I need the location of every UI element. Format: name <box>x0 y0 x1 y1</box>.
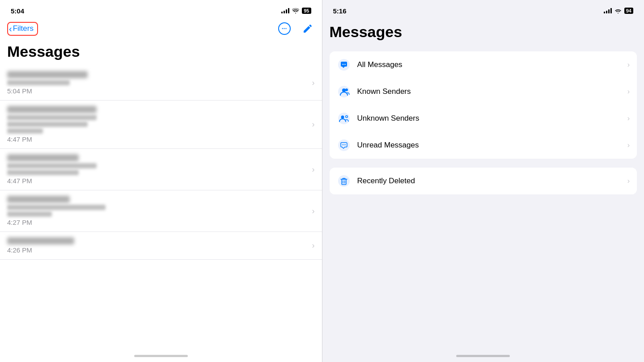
svg-point-12 <box>343 144 344 145</box>
left-phone-panel: 5:04 95 ‹ Filters <box>0 0 322 362</box>
all-messages-item[interactable]: All Messages › <box>330 51 637 78</box>
unread-messages-icon <box>337 138 351 152</box>
message-name-row <box>7 196 309 203</box>
known-senders-chevron: › <box>627 88 630 96</box>
svg-point-14 <box>345 144 346 145</box>
blurred-preview <box>7 205 106 210</box>
filter-section-1: All Messages › Known Senders › <box>330 51 637 159</box>
recently-deleted-chevron: › <box>627 177 630 185</box>
unknown-senders-chevron: › <box>627 114 630 122</box>
nav-bar-left: ‹ Filters ··· <box>0 20 322 39</box>
blurred-preview-2 <box>7 211 52 217</box>
message-content: 4:27 PM <box>7 196 309 226</box>
blurred-preview-3 <box>7 128 43 134</box>
battery-right: 94 <box>624 8 633 14</box>
message-time: 4:26 PM <box>7 246 309 254</box>
message-name-row <box>7 106 309 113</box>
status-icons-left: 95 <box>281 8 311 14</box>
back-label: Filters <box>13 24 34 33</box>
message-content: 4:47 PM <box>7 154 309 185</box>
chevron-icon: › <box>312 78 315 88</box>
chevron-icon: › <box>312 165 315 174</box>
recently-deleted-item[interactable]: Recently Deleted › <box>330 168 637 194</box>
more-options-button[interactable]: ··· <box>277 21 292 36</box>
blurred-preview <box>7 115 97 120</box>
message-list: 5:04 PM › 4:47 PM › <box>0 66 322 351</box>
unknown-senders-item[interactable]: Unknown Senders › <box>330 105 637 132</box>
svg-point-13 <box>342 144 343 145</box>
filter-section-2: Recently Deleted › <box>330 168 637 194</box>
nav-icons-left: ··· <box>277 21 315 36</box>
compose-button[interactable] <box>301 21 315 36</box>
message-name-row <box>7 154 309 161</box>
page-title-right: Messages <box>322 20 644 46</box>
signal-icon-left <box>281 8 289 13</box>
wifi-icon-right <box>614 8 622 13</box>
unknown-senders-icon <box>337 111 351 126</box>
message-content: 4:26 PM <box>7 237 309 254</box>
message-item[interactable]: 4:27 PM › <box>0 190 322 232</box>
svg-point-15 <box>338 175 350 187</box>
message-content: 4:47 PM <box>7 106 309 143</box>
known-senders-label: Known Senders <box>357 87 627 96</box>
status-bar-right: 5:16 94 <box>322 0 644 20</box>
blurred-preview-2 <box>7 170 79 175</box>
message-time: 4:27 PM <box>7 219 309 226</box>
more-icon: ··· <box>278 22 291 35</box>
page-title-left: Messages <box>0 39 322 66</box>
message-item[interactable]: 4:47 PM › <box>0 149 322 190</box>
message-item[interactable]: 4:47 PM › <box>0 101 322 149</box>
status-time-right: 5:16 <box>333 7 347 15</box>
wifi-icon-left <box>292 8 299 13</box>
chevron-icon: › <box>312 206 315 216</box>
unknown-senders-label: Unknown Senders <box>357 114 627 123</box>
recently-deleted-icon <box>337 174 351 188</box>
unread-messages-label: Unread Messages <box>357 141 627 150</box>
message-time: 4:47 PM <box>7 177 309 185</box>
message-content: 5:04 PM <box>7 71 309 95</box>
home-bar-right <box>456 355 510 357</box>
status-icons-right: 94 <box>604 8 633 14</box>
blurred-name <box>7 196 70 203</box>
all-messages-label: All Messages <box>357 60 627 69</box>
blurred-name <box>7 237 74 244</box>
message-item[interactable]: 5:04 PM › <box>0 66 322 101</box>
blurred-preview <box>7 163 97 168</box>
back-chevron-icon: ‹ <box>9 24 12 34</box>
home-bar <box>134 355 188 357</box>
signal-icon-right <box>604 8 612 13</box>
message-time: 4:47 PM <box>7 135 309 143</box>
message-time: 5:04 PM <box>7 87 309 95</box>
svg-point-8 <box>341 116 344 119</box>
svg-point-3 <box>345 64 346 65</box>
blurred-preview <box>7 80 70 85</box>
message-name-row <box>7 237 309 244</box>
svg-point-1 <box>342 64 343 65</box>
svg-point-2 <box>343 64 344 65</box>
blurred-name <box>7 154 79 161</box>
home-indicator-left <box>0 351 322 362</box>
known-senders-item[interactable]: Known Senders › <box>330 78 637 105</box>
svg-point-7 <box>338 113 350 124</box>
unread-messages-item[interactable]: Unread Messages › <box>330 132 637 159</box>
blurred-preview-2 <box>7 122 88 127</box>
message-item[interactable]: 4:26 PM › <box>0 232 322 260</box>
all-messages-icon <box>337 58 351 72</box>
compose-icon <box>302 23 313 34</box>
home-indicator-right <box>322 351 644 362</box>
right-phone-panel: 5:16 94 Messages <box>322 0 644 362</box>
svg-point-10 <box>346 116 347 118</box>
blurred-name <box>7 106 97 113</box>
chevron-icon: › <box>312 120 315 129</box>
unread-messages-chevron: › <box>627 141 630 149</box>
blurred-name <box>7 71 88 78</box>
message-name-row <box>7 71 309 78</box>
svg-point-6 <box>345 88 348 91</box>
recently-deleted-label: Recently Deleted <box>357 177 627 185</box>
svg-point-5 <box>342 88 346 92</box>
known-senders-icon <box>337 84 351 99</box>
battery-left: 95 <box>302 8 311 14</box>
status-time-left: 5:04 <box>11 7 24 15</box>
filters-back-button[interactable]: ‹ Filters <box>7 22 38 36</box>
chevron-icon: › <box>312 241 315 250</box>
